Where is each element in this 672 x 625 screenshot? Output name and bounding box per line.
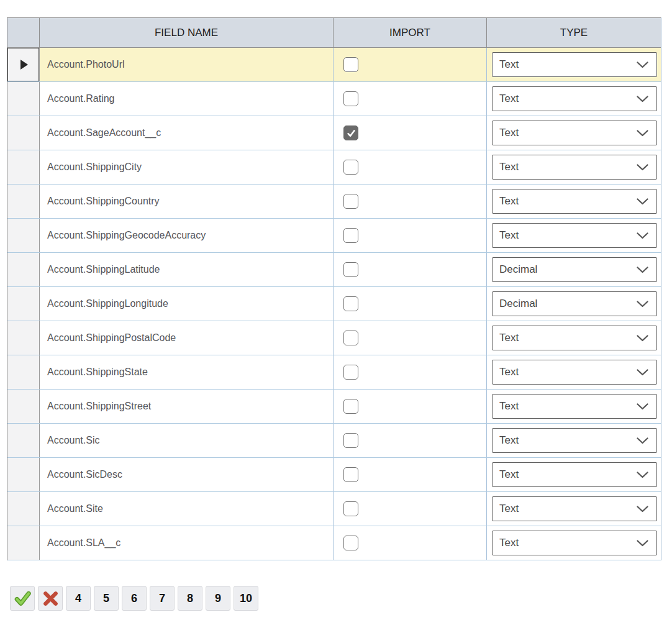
type-select[interactable]: Text xyxy=(492,360,657,385)
row-selector-cell[interactable] xyxy=(7,390,40,423)
chevron-down-icon xyxy=(637,506,648,513)
pager-page-button[interactable]: 10 xyxy=(234,586,258,611)
header-import[interactable]: IMPORT xyxy=(334,18,487,47)
type-cell: Text xyxy=(487,424,661,457)
field-name-text: Account.ShippingPostalCode xyxy=(47,332,176,344)
type-select[interactable]: Decimal xyxy=(492,291,657,316)
type-select[interactable]: Text xyxy=(492,326,657,350)
table-row: Account.Sic Text xyxy=(7,424,661,458)
table-row: Account.SLA__c Text xyxy=(7,526,661,560)
import-cell xyxy=(334,458,487,491)
row-selector-cell[interactable] xyxy=(7,492,40,526)
row-selector-cell[interactable] xyxy=(7,458,40,491)
chevron-down-icon xyxy=(637,62,648,68)
chevron-down-icon xyxy=(637,198,648,205)
pager-page-button[interactable]: 6 xyxy=(122,586,147,611)
import-checkbox[interactable] xyxy=(343,296,358,311)
row-selector-cell[interactable] xyxy=(7,526,40,560)
import-cell xyxy=(334,287,487,321)
chevron-down-icon xyxy=(637,301,648,308)
import-cell xyxy=(334,185,487,218)
import-cell xyxy=(334,82,487,116)
import-cell xyxy=(334,150,487,184)
import-checkbox[interactable] xyxy=(343,433,358,448)
field-name-cell: Account.ShippingPostalCode xyxy=(40,321,334,355)
type-cell: Text xyxy=(487,185,661,218)
pager-page-button[interactable]: 8 xyxy=(178,586,202,611)
import-checkbox[interactable] xyxy=(343,194,358,209)
pager-confirm-button[interactable] xyxy=(10,586,35,611)
type-select[interactable]: Text xyxy=(492,52,657,77)
row-selector-cell[interactable] xyxy=(7,48,40,81)
row-selector-cell[interactable] xyxy=(7,355,40,389)
row-selector-cell[interactable] xyxy=(7,424,40,457)
import-checkbox[interactable] xyxy=(343,501,358,516)
field-name-text: Account.SageAccount__c xyxy=(47,127,161,139)
field-name-cell: Account.Site xyxy=(40,492,334,526)
import-cell xyxy=(334,424,487,457)
pager-page-button[interactable]: 9 xyxy=(206,586,230,611)
row-selector-cell[interactable] xyxy=(7,150,40,184)
type-select[interactable]: Text xyxy=(492,223,657,248)
field-name-text: Account.ShippingState xyxy=(47,367,148,378)
type-select-value: Text xyxy=(499,127,519,139)
row-selector-cell[interactable] xyxy=(7,321,40,355)
import-checkbox[interactable] xyxy=(343,536,358,550)
chevron-down-icon xyxy=(637,540,648,547)
pager-page-button[interactable]: 4 xyxy=(66,586,91,611)
type-select[interactable]: Text xyxy=(492,86,657,111)
pager-page-button[interactable]: 7 xyxy=(150,586,175,611)
type-select[interactable]: Text xyxy=(492,121,657,145)
import-cell xyxy=(334,526,487,560)
header-field-name[interactable]: FIELD NAME xyxy=(40,18,334,47)
import-checkbox[interactable] xyxy=(343,262,358,277)
type-cell: Decimal xyxy=(487,253,661,286)
import-cell xyxy=(334,253,487,286)
row-selector-cell[interactable] xyxy=(7,253,40,286)
type-select-value: Text xyxy=(499,93,519,105)
import-checkbox[interactable] xyxy=(343,228,358,243)
import-checkbox[interactable] xyxy=(343,125,358,140)
field-name-text: Account.ShippingLongitude xyxy=(47,298,168,309)
field-name-text: Account.PhotoUrl xyxy=(47,59,125,70)
import-checkbox[interactable] xyxy=(343,467,358,482)
type-select[interactable]: Text xyxy=(492,531,657,555)
type-select[interactable]: Text xyxy=(492,189,657,214)
import-checkbox[interactable] xyxy=(343,399,358,414)
table-row: Account.ShippingLongitude Decimal xyxy=(7,287,661,321)
row-selector-cell[interactable] xyxy=(7,219,40,252)
pager-cancel-button[interactable] xyxy=(38,586,63,611)
import-checkbox[interactable] xyxy=(343,160,358,175)
import-checkbox[interactable] xyxy=(343,365,358,380)
type-select[interactable]: Decimal xyxy=(492,257,657,282)
type-select[interactable]: Text xyxy=(492,462,657,487)
field-name-text: Account.SicDesc xyxy=(47,469,122,480)
type-cell: Text xyxy=(487,355,661,389)
import-checkbox[interactable] xyxy=(343,91,358,106)
pager-page-button[interactable]: 5 xyxy=(94,586,119,611)
type-select[interactable]: Text xyxy=(492,155,657,180)
field-name-cell: Account.ShippingLatitude xyxy=(40,253,334,286)
type-select-value: Text xyxy=(499,195,519,208)
row-selector-cell[interactable] xyxy=(7,185,40,218)
row-selector-cell[interactable] xyxy=(7,82,40,116)
type-select[interactable]: Text xyxy=(492,394,657,419)
field-name-cell: Account.ShippingState xyxy=(40,355,334,389)
header-type[interactable]: TYPE xyxy=(487,18,661,47)
field-name-text: Account.Rating xyxy=(47,93,115,104)
import-cell xyxy=(334,321,487,355)
import-checkbox[interactable] xyxy=(343,331,358,345)
type-select[interactable]: Text xyxy=(492,496,657,521)
import-cell xyxy=(334,116,487,150)
table-row: Account.PhotoUrl Text xyxy=(7,48,661,82)
field-name-cell: Account.ShippingStreet xyxy=(40,390,334,423)
row-selector-cell[interactable] xyxy=(7,116,40,150)
row-selector-cell[interactable] xyxy=(7,287,40,321)
field-name-text: Account.ShippingGeocodeAccuracy xyxy=(47,230,206,241)
table-row: Account.ShippingCity Text xyxy=(7,150,661,185)
import-checkbox[interactable] xyxy=(343,57,358,72)
type-select[interactable]: Text xyxy=(492,428,657,453)
type-select-value: Text xyxy=(499,537,519,549)
checkmark-icon xyxy=(346,128,356,139)
type-cell: Text xyxy=(487,526,661,560)
